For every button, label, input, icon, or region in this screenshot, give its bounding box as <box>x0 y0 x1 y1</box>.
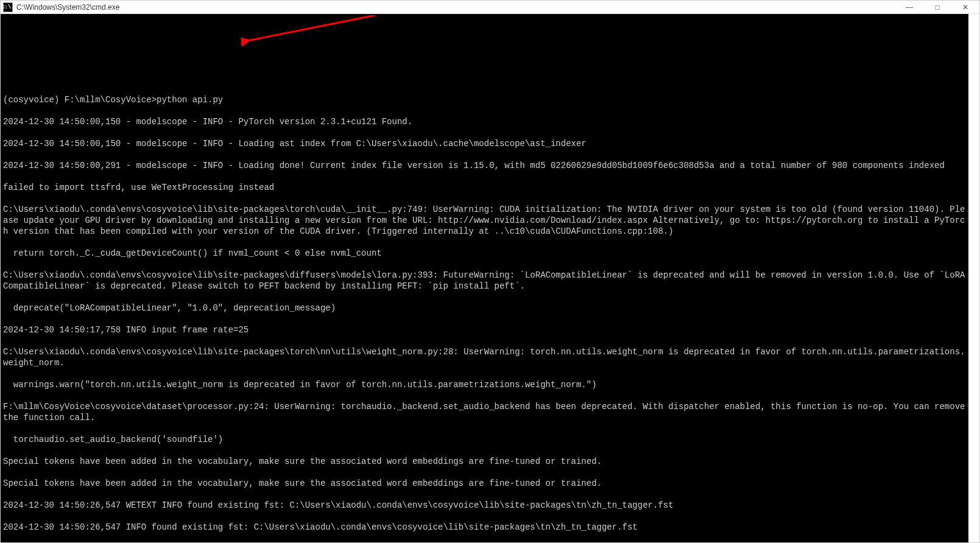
log-line: Special tokens have been added in the vo… <box>3 456 966 467</box>
terminal-content: (cosyvoice) F:\mllm\CosyVoice>python api… <box>3 83 966 542</box>
scrollbar[interactable] <box>968 14 979 542</box>
log-line: failed to import ttsfrd, use WeTextProce… <box>3 182 966 193</box>
cmd-icon: C:\. <box>3 2 13 12</box>
log-line: deprecate("LoRACompatibleLinear", "1.0.0… <box>3 303 966 314</box>
log-line: Special tokens have been added in the vo… <box>3 478 966 489</box>
minimize-button[interactable]: — <box>895 1 923 13</box>
log-line: 2024-12-30 14:50:00,291 - modelscope - I… <box>3 160 966 171</box>
log-line: torchaudio.set_audio_backend('soundfile'… <box>3 434 966 445</box>
window-title: C:\Windows\System32\cmd.exe <box>16 3 977 12</box>
log-line: 2024-12-30 14:50:26,547 WETEXT INFO foun… <box>3 500 966 511</box>
scrollbar-thumb[interactable] <box>969 14 979 542</box>
log-line: 2024-12-30 14:50:00,150 - modelscope - I… <box>3 116 966 127</box>
log-line: 2024-12-30 14:50:00,150 - modelscope - I… <box>3 138 966 149</box>
log-line: C:\Users\xiaodu\.conda\envs\cosyvoice\li… <box>3 204 966 237</box>
log-line: 2024-12-30 14:50:17,758 INFO input frame… <box>3 324 966 335</box>
prompt-line: (cosyvoice) F:\mllm\CosyVoice>python api… <box>3 94 966 105</box>
terminal-area[interactable]: (cosyvoice) F:\mllm\CosyVoice>python api… <box>1 14 979 542</box>
cmd-window: C:\. C:\Windows\System32\cmd.exe — □ ✕ (… <box>0 0 980 543</box>
log-line: C:\Users\xiaodu\.conda\envs\cosyvoice\li… <box>3 270 966 292</box>
log-line: 2024-12-30 14:50:26,547 INFO found exist… <box>3 522 966 533</box>
log-line: C:\Users\xiaodu\.conda\envs\cosyvoice\li… <box>3 346 966 368</box>
log-line: warnings.warn("torch.nn.utils.weight_nor… <box>3 379 966 390</box>
log-line: F:\mllm\CosyVoice\cosyvoice\dataset\proc… <box>3 401 966 423</box>
annotation-arrow-icon <box>241 15 381 46</box>
window-controls: — □ ✕ <box>895 1 979 13</box>
log-line: return torch._C._cuda_getDeviceCount() i… <box>3 248 966 259</box>
close-button[interactable]: ✕ <box>951 1 979 13</box>
titlebar[interactable]: C:\. C:\Windows\System32\cmd.exe — □ ✕ <box>1 1 979 14</box>
svg-line-1 <box>247 15 375 41</box>
maximize-button[interactable]: □ <box>923 1 951 13</box>
